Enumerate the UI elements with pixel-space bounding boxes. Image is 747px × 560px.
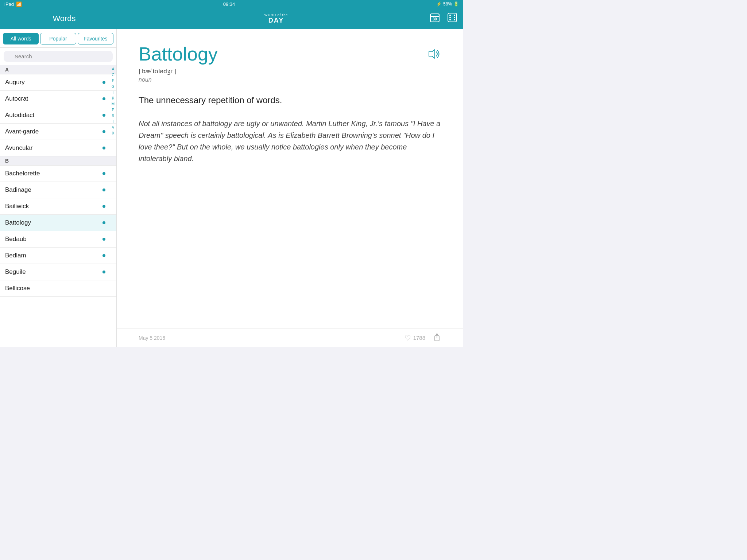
share-icon[interactable]	[433, 332, 441, 344]
svg-point-6	[449, 19, 451, 20]
word-item-avuncular[interactable]: Avuncular	[0, 140, 116, 156]
word-name-battology: Battology	[5, 219, 102, 226]
svg-point-5	[454, 15, 455, 16]
alpha-e[interactable]: E	[112, 78, 115, 83]
tab-favourites[interactable]: Favourites	[78, 33, 113, 44]
alpha-p[interactable]: P	[112, 108, 115, 113]
alphabet-index: A C E G I K M P R T V X	[110, 65, 116, 347]
alpha-k[interactable]: K	[112, 96, 115, 101]
dice-icon[interactable]	[447, 12, 457, 25]
section-header-b: B	[0, 156, 116, 166]
search-wrapper: 🔍	[4, 51, 113, 62]
word-name-augury: Augury	[5, 79, 102, 86]
alpha-i[interactable]: I	[113, 90, 114, 95]
word-dot-autodidact	[102, 114, 105, 117]
word-name-avant-garde: Avant-garde	[5, 128, 102, 135]
svg-point-8	[449, 17, 451, 18]
tab-bar: All words Popular Favourites	[0, 29, 116, 48]
word-item-bachelorette[interactable]: Bachelorette	[0, 166, 116, 182]
word-item-autodidact[interactable]: Autodidact	[0, 107, 116, 124]
word-item-battology[interactable]: Battology	[0, 215, 116, 231]
svg-marker-10	[429, 50, 435, 58]
alpha-v[interactable]: V	[112, 125, 115, 130]
app-header: Words WORD of the DAY 30	[0, 8, 463, 29]
word-item-beguile[interactable]: Beguile	[0, 264, 116, 280]
section-header-a: A	[0, 65, 116, 74]
word-name-bailiwick: Bailiwick	[5, 203, 102, 210]
word-of-day-top-label: WORD of the	[264, 13, 288, 17]
alpha-x[interactable]: X	[112, 131, 115, 136]
word-item-augury[interactable]: Augury	[0, 74, 116, 91]
word-example: Not all instances of battology are ugly …	[139, 118, 441, 164]
word-item-badinage[interactable]: Badinage	[0, 182, 116, 198]
word-dot-badinage	[102, 188, 105, 191]
word-dot-augury	[102, 81, 105, 84]
word-item-avant-garde[interactable]: Avant-garde	[0, 124, 116, 140]
device-label: iPad	[4, 1, 14, 7]
word-dot-bedaub	[102, 238, 105, 241]
bluetooth-icon: ⚡	[436, 1, 442, 7]
word-title-row: Battology	[139, 44, 441, 65]
content-footer: May 5 2016 ♡ 1788	[117, 328, 463, 347]
word-definition: The unnecessary repetition of words.	[139, 94, 441, 107]
search-input[interactable]	[4, 51, 113, 62]
word-dot-avant-garde	[102, 130, 105, 133]
word-name-bachelorette: Bachelorette	[5, 170, 102, 177]
status-right: ⚡ 58% 🔋	[436, 1, 459, 7]
header-icons: 30	[430, 12, 457, 25]
status-left: iPad 📶	[4, 1, 22, 7]
tab-all-words[interactable]: All words	[3, 33, 39, 44]
word-item-bedaub[interactable]: Bedaub	[0, 231, 116, 248]
wifi-icon: 📶	[16, 1, 22, 7]
like-count: 1788	[413, 335, 425, 341]
word-dot-bailiwick	[102, 205, 105, 208]
word-name-badinage: Badinage	[5, 186, 102, 194]
word-item-autocrat[interactable]: Autocrat	[0, 91, 116, 107]
alpha-m[interactable]: M	[112, 102, 115, 107]
sidebar: All words Popular Favourites 🔍 A Augury …	[0, 29, 117, 347]
word-item-bellicose[interactable]: Bellicose	[0, 280, 116, 297]
word-dot-avuncular	[102, 147, 105, 149]
word-name-bedlam: Bedlam	[5, 252, 102, 259]
word-dot-bedlam	[102, 254, 105, 257]
word-dot-battology	[102, 221, 105, 224]
status-bar: iPad 📶 09:34 ⚡ 58% 🔋	[0, 0, 463, 8]
word-item-bailiwick[interactable]: Bailiwick	[0, 198, 116, 215]
svg-point-4	[449, 15, 451, 16]
alpha-c[interactable]: C	[112, 73, 114, 78]
heart-icon[interactable]: ♡	[405, 334, 411, 342]
footer-actions: ♡ 1788	[405, 332, 441, 344]
alpha-a[interactable]: A	[112, 67, 115, 72]
word-dot-autocrat	[102, 97, 105, 100]
word-detail-content: Battology | bæˈtɒlədʒɪ | noun The unnece…	[117, 29, 463, 347]
word-pos: noun	[139, 77, 441, 83]
word-dot-beguile	[102, 271, 105, 273]
svg-point-7	[454, 19, 455, 20]
pronunciation: | bæˈtɒlədʒɪ |	[139, 67, 441, 75]
word-of-day-bottom-label: DAY	[268, 17, 284, 24]
word-list: A Augury Autocrat Autodidact Avant-garde…	[0, 65, 116, 347]
svg-point-9	[454, 17, 455, 18]
svg-rect-1	[430, 16, 439, 17]
word-of-day-header: WORD of the DAY	[264, 13, 288, 24]
word-name-bellicose: Bellicose	[5, 285, 111, 292]
battery-label: 58%	[443, 1, 452, 7]
word-heading: Battology	[139, 44, 218, 65]
tab-popular[interactable]: Popular	[40, 33, 76, 44]
calendar-icon[interactable]: 30	[430, 12, 440, 25]
like-section: ♡ 1788	[405, 334, 425, 342]
speaker-icon[interactable]	[427, 48, 441, 62]
alpha-t[interactable]: T	[112, 119, 114, 124]
word-name-autodidact: Autodidact	[5, 112, 102, 119]
alpha-g[interactable]: G	[112, 84, 115, 89]
alpha-r[interactable]: R	[112, 113, 114, 118]
word-name-autocrat: Autocrat	[5, 95, 102, 102]
app-title: Words	[53, 14, 76, 23]
header-left: Words	[6, 14, 123, 23]
battery-icon: 🔋	[453, 1, 459, 7]
word-name-bedaub: Bedaub	[5, 236, 102, 243]
word-item-bedlam[interactable]: Bedlam	[0, 248, 116, 264]
svg-rect-3	[448, 13, 457, 22]
search-container: 🔍	[0, 48, 116, 65]
word-date: May 5 2016	[139, 335, 165, 341]
